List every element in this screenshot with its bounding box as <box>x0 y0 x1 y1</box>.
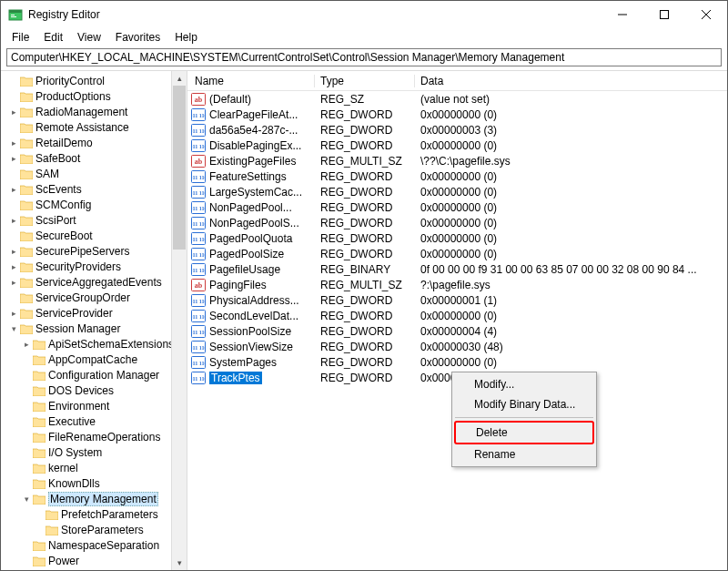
tree-item-filerenameoperations[interactable]: FileRenameOperations <box>5 429 187 444</box>
tree-item-power[interactable]: Power <box>5 553 187 568</box>
value-row[interactable]: 011 110PagefileUsageREG_BINARY0f 00 00 0… <box>187 261 727 277</box>
tree-expander-icon[interactable]: ▸ <box>8 154 19 163</box>
tree-item-serviceaggregatedevents[interactable]: ▸ServiceAggregatedEvents <box>5 274 187 290</box>
tree-item-configuration-manager[interactable]: Configuration Manager <box>5 367 187 382</box>
tree-item-safeboot[interactable]: ▸SafeBoot <box>5 150 187 166</box>
context-menu-delete[interactable]: Delete <box>454 421 594 444</box>
column-data[interactable]: Data <box>415 75 727 87</box>
tree-item-knowndlls[interactable]: KnownDlls <box>5 475 187 491</box>
tree-item-session-manager[interactable]: ▾Session Manager <box>5 321 187 336</box>
value-row[interactable]: 011 110NonPagedPoolS...REG_DWORD0x000000… <box>187 215 727 230</box>
scroll-down-arrow[interactable]: ▾ <box>172 556 187 570</box>
value-name: SecondLevelDat... <box>209 310 298 322</box>
value-row[interactable]: 011 110PagedPoolQuotaREG_DWORD0x00000000… <box>187 230 727 246</box>
svg-text:011 110: 011 110 <box>191 374 206 381</box>
tree-item-apisetschemaextensions[interactable]: ▸ApiSetSchemaExtensions <box>5 336 187 352</box>
value-type: REG_BINARY <box>315 263 415 276</box>
folder-icon <box>20 261 33 272</box>
tree-item-sam[interactable]: SAM <box>5 166 187 181</box>
value-row[interactable]: ab(Default)REG_SZ(value not set) <box>187 91 727 107</box>
value-data: (value not set) <box>415 93 727 106</box>
tree-item-environment[interactable]: Environment <box>5 398 187 413</box>
tree-pane[interactable]: PriorityControlProductOptions▸RadioManag… <box>1 71 187 570</box>
value-row[interactable]: 011 110PagedPoolSizeREG_DWORD0x00000000 … <box>187 246 727 261</box>
close-button[interactable] <box>685 1 727 28</box>
tree-expander-icon[interactable]: ▾ <box>21 495 32 504</box>
tree-item-namespaceseparation[interactable]: NamespaceSeparation <box>5 537 187 553</box>
value-row[interactable]: 011 110SessionViewSizeREG_DWORD0x0000003… <box>187 339 727 354</box>
tree-item-prefetchparameters[interactable]: PrefetchParameters <box>5 506 187 522</box>
value-row[interactable]: 011 110FeatureSettingsREG_DWORD0x0000000… <box>187 168 727 184</box>
menu-file[interactable]: File <box>5 29 36 46</box>
tree-item-label: AppCompatCache <box>48 353 137 366</box>
tree-expander-icon[interactable]: ▸ <box>8 216 19 225</box>
column-type[interactable]: Type <box>315 75 415 87</box>
value-row[interactable]: 011 110SystemPagesREG_DWORD0x00000000 (0… <box>187 354 727 370</box>
scroll-thumb[interactable] <box>173 86 186 250</box>
context-menu-modify[interactable]: Modify... <box>454 374 594 394</box>
tree-item-scmconfig[interactable]: SCMConfig <box>5 197 187 212</box>
menu-view[interactable]: View <box>70 29 108 46</box>
value-row[interactable]: abPagingFilesREG_MULTI_SZ?:\pagefile.sys <box>187 277 727 292</box>
folder-icon <box>20 215 33 226</box>
tree-item-prioritycontrol[interactable]: PriorityControl <box>5 73 187 88</box>
tree-expander-icon[interactable]: ▸ <box>8 309 19 318</box>
context-menu-modify-binary[interactable]: Modify Binary Data... <box>454 394 594 414</box>
tree-expander-icon[interactable]: ▸ <box>8 107 19 117</box>
tree-item-label: Environment <box>48 400 109 413</box>
folder-icon <box>20 292 33 303</box>
tree-expander-icon[interactable]: ▸ <box>8 278 19 287</box>
list-pane[interactable]: Name Type Data ab(Default)REG_SZ(value n… <box>187 71 727 570</box>
tree-expander-icon[interactable]: ▾ <box>8 324 19 333</box>
tree-item-serviceprovider[interactable]: ▸ServiceProvider <box>5 305 187 321</box>
tree-expander-icon[interactable]: ▸ <box>21 340 32 349</box>
minimize-button[interactable] <box>602 1 643 28</box>
value-row[interactable]: 011 110SessionPoolSizeREG_DWORD0x0000000… <box>187 323 727 339</box>
value-row[interactable]: 011 110LargeSystemCac...REG_DWORD0x00000… <box>187 184 727 199</box>
svg-text:ab: ab <box>195 96 203 104</box>
folder-icon <box>33 463 46 474</box>
value-row[interactable]: 011 110da56a5e4-287c-...REG_DWORD0x00000… <box>187 122 727 138</box>
tree-item-i-o-system[interactable]: I/O System <box>5 444 187 460</box>
tree-item-servicegrouporder[interactable]: ServiceGroupOrder <box>5 290 187 305</box>
tree-item-productoptions[interactable]: ProductOptions <box>5 88 187 104</box>
value-row[interactable]: 011 110DisablePagingEx...REG_DWORD0x0000… <box>187 138 727 153</box>
tree-item-quota-system[interactable]: Quota System <box>5 568 187 570</box>
column-name[interactable]: Name <box>187 75 315 87</box>
value-row[interactable]: 011 110ClearPageFileAt...REG_DWORD0x0000… <box>187 107 727 122</box>
maximize-button[interactable] <box>643 1 685 28</box>
scroll-up-arrow[interactable]: ▴ <box>172 71 187 86</box>
tree-scrollbar[interactable]: ▴ ▾ <box>171 71 187 570</box>
value-row[interactable]: abExistingPageFilesREG_MULTI_SZ\??\C:\pa… <box>187 153 727 168</box>
menu-edit[interactable]: Edit <box>36 29 70 46</box>
tree-item-scsiport[interactable]: ▸ScsiPort <box>5 212 187 228</box>
tree-item-executive[interactable]: Executive <box>5 413 187 429</box>
svg-text:ab: ab <box>195 158 203 166</box>
tree-item-securepipeservers[interactable]: ▸SecurePipeServers <box>5 243 187 259</box>
value-row[interactable]: 011 110NonPagedPool...REG_DWORD0x0000000… <box>187 199 727 215</box>
value-row[interactable]: 011 110SecondLevelDat...REG_DWORD0x00000… <box>187 308 727 323</box>
tree-item-secureboot[interactable]: SecureBoot <box>5 228 187 243</box>
tree-item-memory-management[interactable]: ▾Memory Management <box>5 491 187 506</box>
tree-item-scevents[interactable]: ▸ScEvents <box>5 181 187 197</box>
tree-expander-icon[interactable]: ▸ <box>8 262 19 271</box>
tree-item-securityproviders[interactable]: ▸SecurityProviders <box>5 259 187 274</box>
tree-item-label: ServiceProvider <box>35 307 113 320</box>
svg-text:011 110: 011 110 <box>191 219 206 226</box>
context-menu-rename[interactable]: Rename <box>454 444 594 464</box>
tree-item-kernel[interactable]: kernel <box>5 460 187 475</box>
tree-expander-icon[interactable]: ▸ <box>8 138 19 148</box>
tree-item-appcompatcache[interactable]: AppCompatCache <box>5 352 187 367</box>
tree-item-dos-devices[interactable]: DOS Devices <box>5 382 187 398</box>
menu-help[interactable]: Help <box>167 29 205 46</box>
menu-favorites[interactable]: Favorites <box>108 29 167 46</box>
tree-expander-icon[interactable]: ▸ <box>8 247 19 256</box>
tree-item-remote-assistance[interactable]: Remote Assistance <box>5 119 187 135</box>
tree-item-retaildemo[interactable]: ▸RetailDemo <box>5 135 187 150</box>
value-type: REG_DWORD <box>315 248 415 260</box>
tree-item-radiomanagement[interactable]: ▸RadioManagement <box>5 104 187 119</box>
tree-expander-icon[interactable]: ▸ <box>8 185 19 194</box>
value-row[interactable]: 011 110PhysicalAddress...REG_DWORD0x0000… <box>187 292 727 308</box>
tree-item-storeparameters[interactable]: StoreParameters <box>5 522 187 537</box>
address-bar[interactable]: Computer\HKEY_LOCAL_MACHINE\SYSTEM\Curre… <box>6 48 722 66</box>
